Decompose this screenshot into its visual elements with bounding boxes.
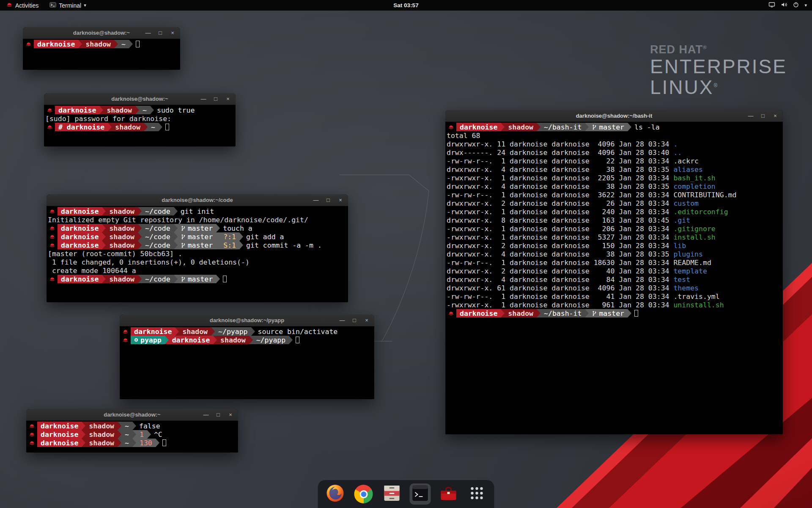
command-text: sudo true (157, 106, 195, 114)
prompt-segment-host: shadow (106, 241, 138, 249)
terminal-output-line: drwxrwxr-x. 4 darknoise darknoise 38 Jan… (447, 182, 782, 190)
ls-filename: .ackrc (673, 157, 699, 165)
ls-columns: drwxrwxr-x. 2 darknoise darknoise 26 Jan… (447, 199, 673, 207)
window-titlebar[interactable]: darknoise@shadow:~/code—□× (47, 194, 348, 206)
dock-toolbox[interactable] (438, 483, 459, 505)
window-titlebar[interactable]: darknoise@shadow:~/pyapp—□× (120, 315, 374, 326)
prompt-segment-path: ~/code (142, 207, 174, 215)
terminal-prompt-line: darknoiseshadow~130 (27, 439, 237, 447)
terminal-content[interactable]: darknoiseshadow~ (23, 39, 180, 49)
prompt-segment-user: # darknoise (55, 123, 108, 131)
powerline-separator-icon (216, 275, 220, 283)
prompt-segment-path: ~/pyapp (253, 336, 289, 344)
powerline-separator-icon (585, 309, 589, 318)
window-title: darknoise@shadow:~/bash-it (445, 113, 783, 119)
redhat-prompt-icon (29, 432, 35, 437)
firefox-icon (326, 484, 345, 504)
terminal-window-win6: darknoise@shadow:~/bash-it—□×darknoisesh… (445, 110, 783, 434)
window-minimize-button[interactable]: — (145, 27, 151, 39)
system-tray[interactable]: ▾ (768, 0, 812, 11)
prompt-segment-user: darknoise (55, 106, 99, 114)
terminal-prompt-line: # darknoiseshadow~ (45, 123, 234, 131)
window-minimize-button[interactable]: — (203, 409, 209, 420)
window-maximize-button[interactable]: □ (325, 194, 331, 206)
terminal-content[interactable]: darknoiseshadow~sudo true[sudo] password… (44, 105, 236, 132)
window-maximize-button[interactable]: □ (215, 409, 221, 420)
window-minimize-button[interactable]: — (748, 110, 754, 121)
powerline-separator-icon (216, 224, 220, 232)
powerline-separator-icon (138, 275, 142, 283)
window-maximize-button[interactable]: □ (760, 110, 766, 121)
ls-columns: drwxrwxr-x. 2 darknoise darknoise 40 Jan… (447, 267, 673, 275)
ls-filename: plugins (673, 250, 703, 258)
window-close-button[interactable]: × (772, 110, 778, 121)
powerline-separator-icon (118, 430, 121, 439)
terminal-output-line: drwxrwxr-x. 8 darknoise darknoise 163 Ja… (447, 216, 782, 224)
clock[interactable]: Sat 03:57 (393, 2, 418, 8)
terminal-window-win2: darknoise@shadow:~—□×darknoiseshadow~sud… (44, 93, 236, 146)
window-titlebar[interactable]: darknoise@shadow:~/bash-it—□× (445, 110, 783, 122)
dock-firefox[interactable] (325, 483, 346, 505)
prompt-segment-user: darknoise (37, 439, 82, 447)
branch-icon (181, 234, 186, 240)
powerline-separator-icon (147, 430, 151, 439)
redhat-prompt-icon (29, 423, 35, 429)
window-minimize-button[interactable]: — (200, 93, 206, 105)
prompt-segment-venv: pyapp (131, 336, 165, 344)
dock-chrome[interactable] (353, 483, 374, 505)
terminal-cursor (296, 337, 299, 343)
output-text: total 68 (447, 132, 480, 140)
ls-filename: template (673, 267, 707, 275)
prompt-segment-host: shadow (505, 123, 537, 131)
dock-files[interactable] (381, 483, 403, 505)
window-titlebar[interactable]: darknoise@shadow:~—□× (26, 409, 238, 421)
prompt-segment-user: darknoise (58, 241, 102, 249)
prompt-segment-user: darknoise (58, 224, 102, 232)
ls-filename: .editorconfig (673, 208, 728, 216)
redhat-prompt-icon (448, 311, 454, 316)
powerline-separator-icon (175, 327, 179, 336)
redhat-prompt-icon (49, 209, 55, 214)
window-minimize-button[interactable]: — (339, 315, 345, 326)
powerline-separator-icon (118, 422, 121, 430)
window-close-button[interactable]: × (228, 409, 233, 420)
dock-terminal[interactable] (410, 483, 431, 505)
ls-filename: aliases (673, 166, 703, 174)
prompt-segment-user: darknoise (456, 309, 501, 318)
dock-app-grid[interactable] (466, 483, 488, 505)
window-close-button[interactable]: × (364, 315, 370, 326)
terminal-output-line: drwx------. 24 darknoise darknoise 4096 … (447, 148, 782, 157)
window-maximize-button[interactable]: □ (157, 27, 163, 39)
app-menu-terminal[interactable]: Terminal ▾ (47, 0, 88, 11)
window-controls: —□× (748, 110, 783, 121)
ls-filename: themes (673, 284, 699, 292)
window-minimize-button[interactable]: — (313, 194, 319, 206)
terminal-output-line: -rwxrwxr-x. 1 darknoise darknoise 961 Ja… (447, 301, 782, 309)
prompt-segment-user: darknoise (58, 207, 102, 215)
ls-filename: .. (673, 149, 682, 157)
terminal-content[interactable]: darknoiseshadow~/pyappsource bin/activat… (120, 326, 374, 345)
window-titlebar[interactable]: darknoise@shadow:~—□× (44, 93, 236, 105)
terminal-content[interactable]: darknoiseshadow~falsedarknoiseshadow~1^C… (26, 421, 238, 448)
prompt-segment-user: darknoise (58, 232, 102, 241)
branch-icon (592, 311, 597, 316)
file-manager-icon (383, 485, 401, 503)
prompt-segment-path: ~/code (142, 232, 174, 241)
window-close-button[interactable]: × (170, 27, 176, 39)
window-maximize-button[interactable]: □ (351, 315, 357, 326)
terminal-content[interactable]: darknoiseshadow~/bash-itmasterls -latota… (445, 122, 783, 318)
activities-button[interactable]: Activities (3, 0, 41, 11)
window-close-button[interactable]: × (225, 93, 231, 105)
prompt-segment-path: ~/bash-it (540, 309, 585, 318)
ls-columns: drwxrwxr-x. 4 darknoise darknoise 84 Jan… (447, 276, 673, 284)
prompt-segment-path: ~/code (142, 224, 174, 232)
powerline-separator-icon (150, 106, 154, 114)
ls-columns: drwx------. 24 darknoise darknoise 4096 … (447, 149, 673, 157)
window-maximize-button[interactable]: □ (213, 93, 219, 105)
terminal-content[interactable]: darknoiseshadow~/codegit initInitialized… (47, 206, 348, 284)
window-close-button[interactable]: × (337, 194, 343, 206)
terminal-prompt-line: darknoiseshadow~/bash-itmasterls -la (447, 123, 782, 131)
ls-filename: bash_it.sh (673, 174, 715, 182)
powerline-separator-icon (102, 207, 106, 215)
window-titlebar[interactable]: darknoise@shadow:~—□× (23, 27, 180, 39)
